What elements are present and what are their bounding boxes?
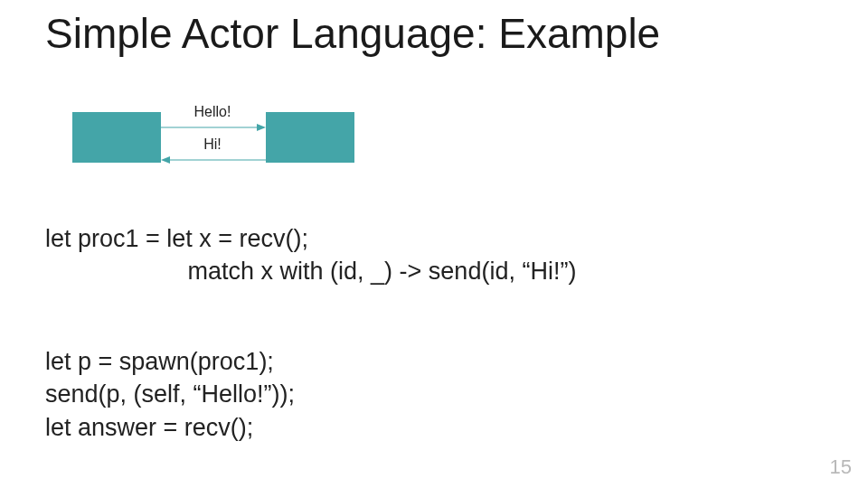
message-label-hello: Hello! [163,104,262,120]
page-number: 15 [830,455,852,479]
actor-diagram: Hello! Hi! [72,107,371,184]
code-indent [45,255,188,287]
svg-marker-1 [257,124,266,131]
code-line: let proc1 = let x = recv(); [45,225,308,252]
actor-box-right [266,112,354,163]
actor-box-left [72,112,161,163]
code-line: match x with (id, _) -> send(id, “Hi!”) [188,258,577,285]
arrow-right-icon [161,123,266,132]
slide-title: Simple Actor Language: Example [45,9,660,58]
code-block-proc1: let proc1 = let x = recv(); match x with… [45,222,576,288]
code-line: let p = spawn(proc1); [45,348,274,375]
code-line: send(p, (self, “Hello!”)); [45,380,295,408]
arrow-left-icon [161,155,266,164]
svg-marker-3 [161,156,170,164]
message-label-hi: Hi! [163,136,262,153]
code-line: let answer = recv(); [45,414,253,441]
code-block-main: let p = spawn(proc1); send(p, (self, “He… [45,345,295,444]
